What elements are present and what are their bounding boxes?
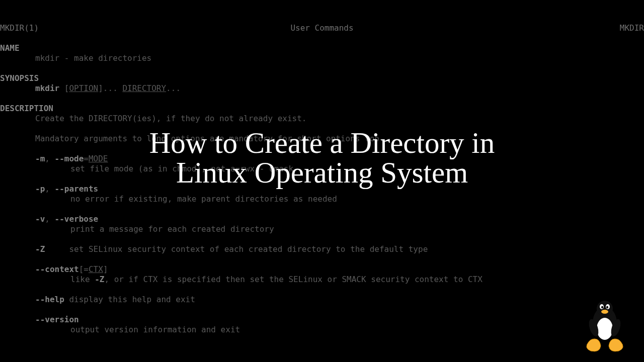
option-version-desc: output version information and exit [70, 325, 644, 335]
option-context-desc: like -Z, or if CTX is specified then set… [70, 275, 644, 285]
synopsis-option: OPTION [69, 83, 98, 93]
header-left: MKDIR(1) [0, 23, 39, 33]
svg-point-5 [601, 306, 603, 309]
header-right: MKDIR [620, 23, 644, 33]
option-context: --context[=CTX] [35, 264, 644, 275]
man-header: MKDIR(1) User Commands MKDIR [0, 23, 644, 33]
option-z: -Z set SELinux security context of each … [35, 244, 644, 254]
synopsis-heading: SYNOPSIS [0, 73, 644, 83]
tux-penguin-icon [580, 298, 630, 353]
option-verbose: -v, --verbose [35, 214, 644, 224]
header-center: User Commands [290, 23, 353, 33]
title-line1: How to Create a Directory in [0, 128, 644, 158]
description-heading: DESCRIPTION [0, 104, 644, 114]
svg-point-6 [606, 306, 608, 309]
title-overlay: How to Create a Directory in Linux Opera… [0, 128, 644, 188]
option-help: --help display this help and exit [35, 295, 644, 305]
svg-point-2 [597, 318, 613, 340]
option-version: --version [35, 315, 644, 325]
option-parents-desc: no error if existing, make parent direct… [70, 194, 644, 204]
title-line2: Linux Operating System [0, 158, 644, 188]
option-verbose-desc: print a message for each created directo… [70, 224, 644, 234]
synopsis-text: mkdir [OPTION]... DIRECTORY... [35, 83, 644, 94]
name-heading: NAME [0, 43, 644, 53]
svg-point-1 [597, 301, 613, 317]
description-line1: Create the DIRECTORY(ies), if they do no… [35, 114, 644, 124]
synopsis-cmd: mkdir [35, 83, 59, 93]
name-text: mkdir - make directories [35, 53, 644, 63]
synopsis-directory: DIRECTORY [122, 83, 166, 93]
svg-point-7 [601, 310, 608, 314]
